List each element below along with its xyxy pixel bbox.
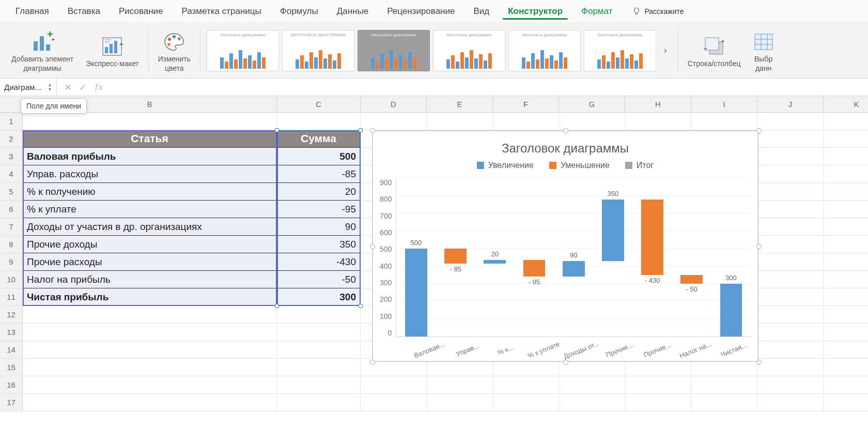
chart-resize-handle[interactable] <box>756 360 762 365</box>
cell[interactable] <box>757 359 824 376</box>
name-box-stepper[interactable]: ▲▼ <box>48 83 52 92</box>
cell[interactable] <box>757 324 824 341</box>
cell[interactable] <box>691 394 757 411</box>
plot-area[interactable]: 500- 8520- 9590350- 430- 50300 <box>396 178 751 337</box>
change-colors-button[interactable]: Изменить цвета <box>152 27 197 74</box>
waterfall-bar[interactable] <box>641 200 663 275</box>
name-box[interactable]: Диаграм... ▲▼ <box>0 79 57 96</box>
cell[interactable] <box>824 271 868 288</box>
column-header-J[interactable]: J <box>757 96 824 113</box>
cell[interactable] <box>757 394 824 411</box>
cell[interactable]: 350 <box>277 236 361 253</box>
cell[interactable] <box>824 130 868 148</box>
cell[interactable]: Налог на прибыль <box>23 271 277 288</box>
cell[interactable] <box>757 183 824 201</box>
cell[interactable] <box>23 306 277 324</box>
cell[interactable]: Управ. расходы <box>23 165 277 183</box>
cell[interactable] <box>493 376 559 394</box>
select-data-button[interactable]: Выбр данн <box>747 27 780 74</box>
cell[interactable] <box>277 359 361 376</box>
cell[interactable] <box>493 113 559 130</box>
cell[interactable] <box>824 201 868 218</box>
cell[interactable] <box>361 376 427 394</box>
tab-Главная[interactable]: Главная <box>6 1 58 22</box>
cell[interactable] <box>824 148 868 165</box>
cell[interactable]: Прочие расходы <box>23 253 277 271</box>
cell[interactable] <box>559 394 625 411</box>
column-header-C[interactable]: C <box>277 96 361 113</box>
cell[interactable] <box>277 306 361 324</box>
cell[interactable] <box>757 148 824 165</box>
worksheet-grid[interactable]: BCDEFGHIJK12СтатьяСумма3Валовая прибыль5… <box>0 96 868 411</box>
cell[interactable] <box>824 324 868 341</box>
cell[interactable] <box>23 324 277 341</box>
cell[interactable]: 90 <box>277 218 361 236</box>
waterfall-bar[interactable] <box>484 260 506 264</box>
cell[interactable]: Чистая прибыль <box>23 288 277 306</box>
switch-row-column-button[interactable]: Строка/столбец <box>681 32 747 70</box>
cell[interactable] <box>427 376 493 394</box>
column-header-F[interactable]: F <box>493 96 559 113</box>
row-header-5[interactable]: 5 <box>0 183 23 201</box>
row-header-15[interactable]: 15 <box>0 359 23 376</box>
chart-resize-handle[interactable] <box>756 244 762 249</box>
cell[interactable] <box>23 359 277 376</box>
row-header-13[interactable]: 13 <box>0 324 23 341</box>
cell[interactable] <box>757 288 824 306</box>
cell[interactable] <box>277 113 361 130</box>
cell[interactable]: Статья <box>23 130 277 148</box>
row-header-14[interactable]: 14 <box>0 341 23 359</box>
cell[interactable]: Валовая прибыль <box>23 148 277 165</box>
cell[interactable] <box>361 113 427 130</box>
cell[interactable] <box>427 113 493 130</box>
cell[interactable] <box>23 341 277 359</box>
chart-resize-handle[interactable] <box>370 244 375 249</box>
waterfall-bar[interactable] <box>405 249 427 336</box>
select-all-corner[interactable] <box>0 96 23 113</box>
cancel-formula-icon[interactable]: ✕ <box>64 82 72 93</box>
cell[interactable]: 300 <box>277 288 361 306</box>
cell[interactable]: -85 <box>277 165 361 183</box>
chart-style-3[interactable]: Заголовок диаграммы <box>358 30 430 71</box>
chart-resize-handle[interactable] <box>370 360 375 365</box>
cell[interactable]: 20 <box>277 183 361 201</box>
cell[interactable] <box>361 394 427 411</box>
chart-legend[interactable]: УвеличениеУменьшениеИтог <box>380 161 751 178</box>
column-header-E[interactable]: E <box>427 96 493 113</box>
row-header-7[interactable]: 7 <box>0 218 23 236</box>
row-header-9[interactable]: 9 <box>0 253 23 271</box>
cell[interactable]: Прочие доходы <box>23 236 277 253</box>
cell[interactable] <box>757 130 824 148</box>
cell[interactable] <box>757 113 824 130</box>
chart-style-4[interactable]: Заголовок диаграммы <box>433 30 505 71</box>
chart-style-6[interactable]: Заголовок диаграммы <box>584 30 656 71</box>
chart-resize-handle[interactable] <box>370 128 375 133</box>
waterfall-bar[interactable] <box>720 284 742 336</box>
column-header-G[interactable]: G <box>559 96 625 113</box>
cell[interactable]: % к уплате <box>23 201 277 218</box>
embedded-chart[interactable]: Заголовок диаграммыУвеличениеУменьшениеИ… <box>372 130 758 362</box>
column-header-I[interactable]: I <box>691 96 757 113</box>
cell[interactable] <box>427 394 493 411</box>
tab-Вставка[interactable]: Вставка <box>58 1 110 22</box>
column-header-K[interactable]: K <box>824 96 868 113</box>
cell[interactable] <box>757 253 824 271</box>
cell[interactable] <box>625 376 691 394</box>
row-header-17[interactable]: 17 <box>0 394 23 411</box>
cell[interactable] <box>691 113 757 130</box>
cell[interactable]: -50 <box>277 271 361 288</box>
column-header-H[interactable]: H <box>625 96 691 113</box>
cell[interactable] <box>559 376 625 394</box>
quick-layout-button[interactable]: Экспресс-макет <box>80 32 145 70</box>
chart-resize-handle[interactable] <box>563 128 568 133</box>
row-header-1[interactable]: 1 <box>0 113 23 130</box>
cell[interactable] <box>277 341 361 359</box>
chart-style-1[interactable]: Заголовок диаграммы <box>207 30 279 71</box>
cell[interactable] <box>23 113 277 130</box>
cell[interactable] <box>824 165 868 183</box>
cell[interactable] <box>824 183 868 201</box>
row-header-16[interactable]: 16 <box>0 376 23 394</box>
row-header-10[interactable]: 10 <box>0 271 23 288</box>
cell[interactable] <box>757 306 824 324</box>
row-header-6[interactable]: 6 <box>0 201 23 218</box>
